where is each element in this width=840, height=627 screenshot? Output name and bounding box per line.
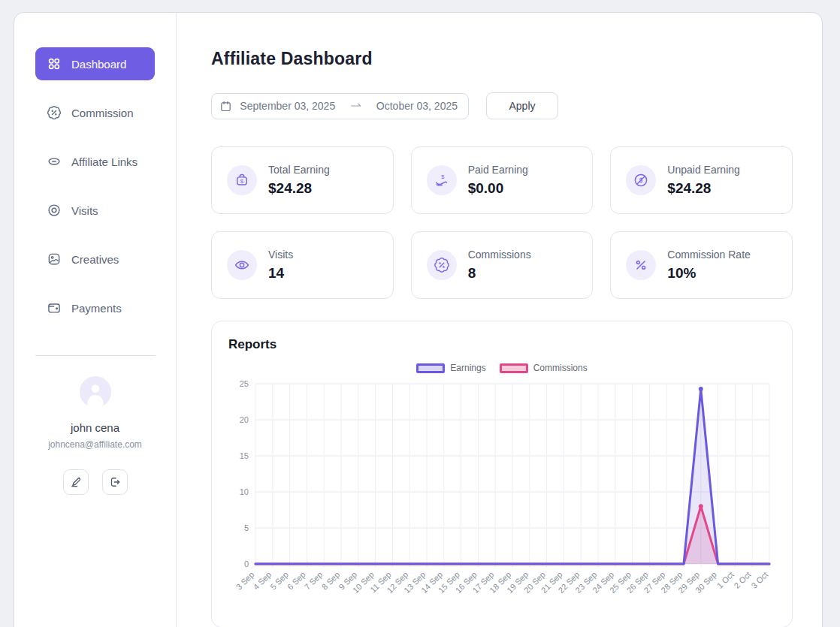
stat-card-commissions: Commissions 8 [411,231,594,299]
edit-profile-button[interactable] [63,469,89,495]
legend-label: Earnings [450,363,485,373]
sidebar-item-affiliate-links[interactable]: Affiliate Links [35,145,155,178]
stat-label: Commission Rate [667,249,750,261]
stat-card-paid-earning: $ Paid Earning $0.00 [411,146,594,214]
legend-item-commissions[interactable]: Commissions [500,363,588,373]
sidebar-item-label: Dashboard [71,58,126,71]
svg-text:4 Sep: 4 Sep [251,570,273,592]
svg-text:5 Sep: 5 Sep [268,570,290,592]
stat-value: $24.28 [667,180,740,197]
sidebar-item-label: Affiliate Links [71,155,137,168]
pencil-icon [69,475,83,489]
user-profile: john cena johncena@affiliate.com [35,376,155,495]
commissions-swatch [500,363,528,373]
target-icon [47,203,62,218]
svg-text:20: 20 [240,415,249,424]
sidebar-item-payments[interactable]: Payments [35,291,155,324]
stat-card-commission-rate: Commission Rate 10% [610,231,793,299]
reports-chart[interactable]: 05101520253 Sep4 Sep5 Sep6 Sep7 Sep8 Sep… [228,375,775,613]
sidebar-item-visits[interactable]: Visits [35,194,155,227]
hand-dollar-icon: $ [427,165,457,195]
stat-card-total-earning: $ Total Earning $24.28 [211,146,394,214]
sidebar-item-commission[interactable]: Commission [35,96,155,129]
earnings-swatch [416,363,445,373]
wallet-icon [47,300,62,315]
apply-button[interactable]: Apply [486,92,558,119]
stat-value: $0.00 [468,180,528,197]
user-name: john cena [71,421,119,434]
date-start-value: September 03, 2025 [240,100,335,112]
main-content: Affiliate Dashboard September 03, 2025 O… [177,13,825,627]
sidebar: Dashboard Commission Affiliate Link [14,13,177,627]
sidebar-item-label: Creatives [71,253,119,266]
svg-text:1 Oct: 1 Oct [715,570,736,590]
svg-text:0: 0 [244,559,249,568]
svg-text:15: 15 [240,451,249,460]
svg-text:7 Sep: 7 Sep [303,570,325,592]
eye-icon [227,250,257,280]
svg-text:8 Sep: 8 Sep [320,570,342,592]
avatar [80,376,111,408]
sidebar-item-dashboard[interactable]: Dashboard [35,47,155,80]
svg-text:5: 5 [244,523,249,532]
badge-percent-icon [47,105,62,120]
sidebar-item-label: Payments [71,302,122,315]
date-filter-toolbar: September 03, 2025 October 03, 2025 Appl… [211,92,793,119]
svg-text:$: $ [441,173,444,180]
stat-label: Unpaid Earning [667,164,740,176]
legend-label: Commissions [533,363,588,373]
calendar-icon [219,100,232,113]
link-icon [47,154,62,169]
sidebar-item-label: Commission [71,107,134,119]
arrow-right-icon [350,102,362,110]
stat-card-visits: Visits 14 [211,231,394,299]
dollar-slash-icon: $ [626,165,656,195]
profile-actions [63,469,128,495]
stat-label: Visits [268,249,293,261]
page-title: Affiliate Dashboard [211,49,793,69]
dashboard-icon [47,56,62,71]
date-end-value: October 03, 2025 [376,100,458,112]
svg-text:3 Sep: 3 Sep [234,570,256,592]
svg-text:2 Oct: 2 Oct [733,570,753,590]
stat-label: Paid Earning [468,164,528,176]
app-window: Dashboard Commission Affiliate Link [14,12,823,627]
stat-card-unpaid-earning: $ Unpaid Earning $24.28 [610,146,793,214]
stat-value: 10% [667,265,750,282]
percent-icon [626,250,656,280]
legend-item-earnings[interactable]: Earnings [416,363,485,373]
logout-button[interactable] [102,469,128,495]
stat-value: $24.28 [268,180,330,197]
stat-value: 8 [468,265,531,282]
sidebar-item-label: Visits [71,204,98,217]
stat-label: Total Earning [268,164,330,176]
badge-percent-icon [427,250,457,280]
svg-text:3 Oct: 3 Oct [749,570,769,590]
svg-text:$: $ [240,178,244,185]
stat-value: 14 [268,265,293,282]
money-bag-icon: $ [227,165,257,195]
svg-text:10: 10 [240,487,249,496]
reports-title: Reports [228,337,775,352]
user-email: johncena@affiliate.com [48,439,142,450]
date-range-picker[interactable]: September 03, 2025 October 03, 2025 [211,93,469,119]
stats-grid: $ Total Earning $24.28 $ Paid [211,146,793,299]
image-icon [47,252,62,267]
stat-label: Commissions [468,249,531,261]
sidebar-nav: Dashboard Commission Affiliate Link [35,47,155,340]
chart-legend: Earnings Commissions [228,363,775,373]
sidebar-divider [35,355,156,356]
sidebar-item-creatives[interactable]: Creatives [35,243,155,276]
chart-area: 05101520253 Sep4 Sep5 Sep6 Sep7 Sep8 Sep… [228,375,775,616]
svg-text:6 Sep: 6 Sep [286,570,307,592]
logout-icon [108,475,122,489]
svg-text:25: 25 [240,379,249,388]
reports-card: Reports Earnings Commissions 05101520253… [211,321,793,627]
